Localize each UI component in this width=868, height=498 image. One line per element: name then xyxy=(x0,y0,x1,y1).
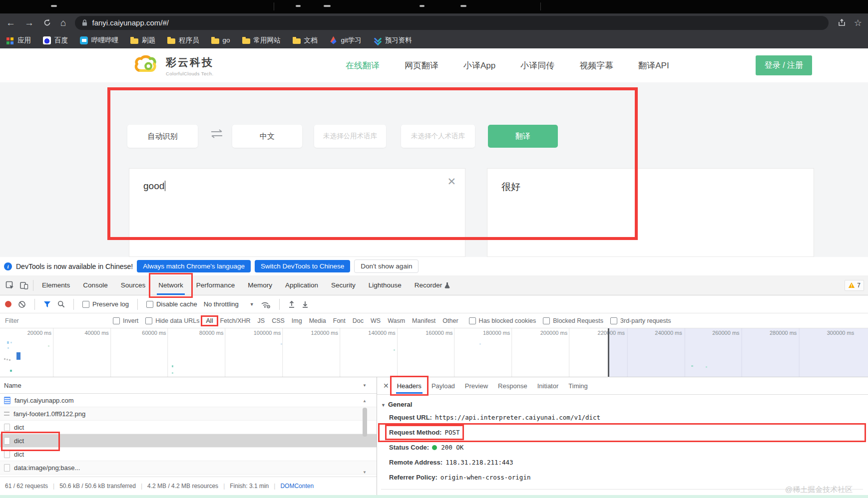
preserve-log-checkbox[interactable]: Preserve log xyxy=(82,300,129,308)
request-row[interactable]: dict xyxy=(0,448,377,461)
throttling-select[interactable]: No throttling ▼ xyxy=(204,300,254,308)
bookmark-item[interactable]: 常用网站 xyxy=(242,36,281,45)
requests-table-header[interactable]: Name ▼ xyxy=(0,377,377,394)
address-bar[interactable]: fanyi.caiyunapp.com/#/ xyxy=(75,16,828,30)
details-tab[interactable]: Preview xyxy=(460,378,493,394)
bookmark-star-icon[interactable]: ☆ xyxy=(854,18,862,27)
details-tab[interactable]: Response xyxy=(493,378,532,394)
resource-type-filter-chip[interactable]: Media xyxy=(306,317,330,324)
import-har-icon[interactable] xyxy=(288,300,295,308)
filter-input[interactable] xyxy=(4,317,106,325)
filter-option-checkbox[interactable]: Blocked Requests xyxy=(543,317,603,324)
details-tab[interactable]: Payload xyxy=(427,378,460,394)
details-tab[interactable]: Initiator xyxy=(532,378,564,394)
search-icon[interactable] xyxy=(57,300,65,308)
name-column-header[interactable]: Name xyxy=(4,382,21,389)
source-text-area[interactable]: good ✕ xyxy=(129,168,465,257)
resource-type-filter-chip[interactable]: Fetch/XHR xyxy=(216,317,254,324)
bookmark-item[interactable]: go xyxy=(211,36,230,44)
public-glossary-select[interactable]: 未选择公用术语库 xyxy=(314,125,386,148)
warning-count-badge[interactable]: 7 xyxy=(845,280,864,291)
site-nav-item[interactable]: 小译同传 xyxy=(520,60,554,71)
devtools-tab[interactable]: Performance xyxy=(190,276,241,295)
request-row[interactable]: fanyi-footer1.0ff9122.png xyxy=(0,407,377,421)
bookmark-item[interactable]: 刷题 xyxy=(130,36,155,45)
devtools-tab[interactable]: Lighthouse xyxy=(362,276,408,295)
filter-toggle-icon[interactable] xyxy=(43,301,51,308)
scrollbar-thumb[interactable] xyxy=(363,408,367,437)
request-row[interactable]: fanyi.caiyunapp.com xyxy=(0,394,377,407)
home-icon[interactable]: ⌂ xyxy=(60,18,66,27)
checkbox[interactable] xyxy=(543,317,550,324)
request-row[interactable]: dict xyxy=(0,434,377,448)
bookmark-item[interactable]: 程序员 xyxy=(167,36,199,45)
always-match-language-button[interactable]: Always match Chrome's language xyxy=(137,260,251,272)
checkbox[interactable] xyxy=(113,317,120,324)
clear-input-icon[interactable]: ✕ xyxy=(447,176,456,188)
devtools-tab[interactable]: Application xyxy=(279,276,325,295)
devtools-tab[interactable]: Network xyxy=(152,276,190,295)
requests-scrollbar[interactable]: ▲ ▼ xyxy=(362,399,369,475)
clear-network-log-icon[interactable] xyxy=(18,300,26,308)
timeline-scrubber[interactable] xyxy=(608,328,609,377)
resource-type-filter-chip[interactable]: Doc xyxy=(349,317,367,324)
site-nav-item[interactable]: 网页翻译 xyxy=(405,60,438,71)
checkbox[interactable] xyxy=(146,301,153,308)
share-icon[interactable] xyxy=(838,18,846,27)
general-section-header[interactable]: ▼General xyxy=(381,396,863,409)
devtools-tab[interactable]: Console xyxy=(76,276,114,295)
caiyun-logo-icon[interactable] xyxy=(134,54,157,74)
disable-cache-checkbox[interactable]: Disable cache xyxy=(146,300,197,308)
login-register-button[interactable]: 登录 / 注册 xyxy=(756,55,812,75)
site-nav-item[interactable]: 小译App xyxy=(463,60,495,71)
request-row[interactable]: data:image/png;base... xyxy=(0,461,377,475)
reload-icon[interactable] xyxy=(43,18,51,27)
disclosure-triangle-icon[interactable]: ▼ xyxy=(381,403,386,408)
translate-button[interactable]: 翻译 xyxy=(488,125,558,148)
personal-glossary-select[interactable]: 未选择个人术语库 xyxy=(401,125,475,148)
network-overview-timeline[interactable]: 20000 ms40000 ms60000 ms80000 ms100000 m… xyxy=(0,328,868,377)
scroll-down-icon[interactable]: ▼ xyxy=(363,470,367,475)
dont-show-again-button[interactable]: Don't show again xyxy=(354,259,419,273)
devtools-tab[interactable]: Recorder xyxy=(408,276,449,295)
swap-languages-icon[interactable] xyxy=(209,128,224,139)
devtools-tab[interactable]: Security xyxy=(325,276,362,295)
bookmark-item[interactable]: 预习资料 xyxy=(374,36,412,45)
bookmark-item[interactable]: 百度 xyxy=(43,36,68,45)
network-conditions-icon[interactable] xyxy=(261,300,271,308)
switch-devtools-chinese-button[interactable]: Switch DevTools to Chinese xyxy=(255,260,350,272)
site-nav-item[interactable]: 在线翻译 xyxy=(346,60,380,71)
bookmark-item[interactable]: 应用 xyxy=(6,36,31,45)
resource-type-filter-chip[interactable]: WS xyxy=(367,317,384,324)
resource-type-filter-chip[interactable]: JS xyxy=(254,317,269,324)
inspect-element-icon[interactable] xyxy=(5,281,14,290)
devtools-tab[interactable]: Memory xyxy=(241,276,279,295)
checkbox[interactable] xyxy=(145,317,152,324)
filter-option-checkbox[interactable]: 3rd-party requests xyxy=(610,317,671,324)
resource-type-filter-chip[interactable]: Font xyxy=(330,317,349,324)
checkbox[interactable] xyxy=(82,301,89,308)
details-tab[interactable]: Headers xyxy=(392,378,427,394)
resource-type-filter-chip[interactable]: All xyxy=(203,317,217,324)
devtools-tab[interactable]: Sources xyxy=(114,276,152,295)
chevron-down-icon[interactable]: ▼ xyxy=(363,383,367,388)
target-language-select[interactable]: 中文 xyxy=(232,125,302,148)
bookmark-item[interactable]: 哔哩哔哩 xyxy=(80,36,118,45)
resource-type-filter-chip[interactable]: Img xyxy=(288,317,306,324)
invert-checkbox[interactable]: Invert xyxy=(113,317,138,324)
forward-icon[interactable]: → xyxy=(24,18,34,27)
filter-option-checkbox[interactable]: Has blocked cookies xyxy=(469,317,536,324)
device-toolbar-icon[interactable] xyxy=(19,281,28,290)
hide-data-urls-checkbox[interactable]: Hide data URLs xyxy=(145,317,199,324)
details-tab[interactable]: Timing xyxy=(563,378,593,394)
site-nav-item[interactable]: 视频字幕 xyxy=(579,60,613,71)
resource-type-filter-chip[interactable]: CSS xyxy=(268,317,288,324)
checkbox[interactable] xyxy=(469,317,476,324)
close-details-icon[interactable]: ✕ xyxy=(380,382,392,390)
site-nav-item[interactable]: 翻译API xyxy=(638,60,669,71)
bookmark-item[interactable]: 文档 xyxy=(293,36,318,45)
resource-type-filter-chip[interactable]: Manifest xyxy=(409,317,439,324)
bookmark-item[interactable]: git学习 xyxy=(330,36,362,45)
devtools-tab[interactable]: Elements xyxy=(35,276,76,295)
source-language-select[interactable]: 自动识别 xyxy=(127,125,198,148)
